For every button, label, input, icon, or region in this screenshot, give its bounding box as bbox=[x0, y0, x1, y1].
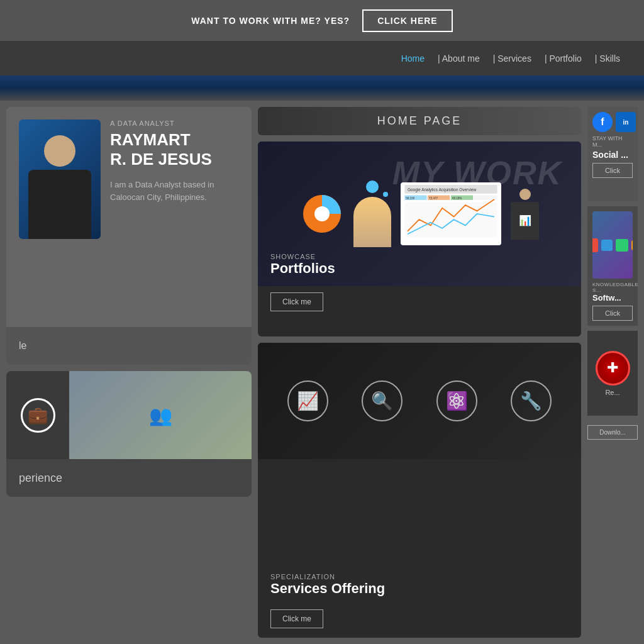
analytics-icon: 📈 bbox=[287, 380, 328, 421]
person-silhouette bbox=[19, 119, 101, 239]
navbar: Home | About me | Services | Portfolio |… bbox=[0, 41, 644, 75]
person-illustration bbox=[353, 180, 391, 247]
profile-info: A DATA ANALYST RAYMART R. DE JESUS I am … bbox=[110, 119, 239, 203]
profile-photo bbox=[19, 119, 101, 239]
services-card: 📈 🔍 ⚛️ 🔧 SPECIALIZATION Services Offerin… bbox=[258, 343, 581, 638]
nav-portfolio[interactable]: | Portfolio bbox=[540, 50, 587, 67]
click-here-button[interactable]: CLICK HERE bbox=[362, 9, 453, 32]
social-card: f in STAY WITH M... Social ... Click bbox=[587, 107, 638, 201]
portfolio-text: SHOWCASE Portfolios bbox=[270, 253, 335, 277]
services-text: SPECIALIZATION Services Offering bbox=[270, 573, 385, 597]
resume-label: Re... bbox=[605, 389, 619, 396]
center-column: HOME PAGE MY WORK bbox=[252, 107, 587, 638]
download-area: Downlo... bbox=[587, 421, 638, 441]
portfolio-click-btn[interactable]: Click me bbox=[270, 292, 323, 311]
software-cubes bbox=[592, 238, 633, 252]
experience-bottom: perience bbox=[6, 459, 252, 497]
circuit-icon: 🔧 bbox=[511, 380, 552, 421]
software-image bbox=[592, 211, 633, 279]
blue-band-decoration bbox=[0, 75, 644, 101]
resume-icon: ✚ bbox=[596, 351, 630, 386]
services-banner: 📈 🔍 ⚛️ 🔧 bbox=[258, 343, 581, 459]
software-card: KNOWLEDGABLE S... Softw... Click bbox=[587, 206, 638, 326]
social-stay-text: STAY WITH M... bbox=[592, 135, 633, 148]
software-title: Softw... bbox=[592, 293, 621, 303]
pie-chart-icon bbox=[300, 192, 344, 236]
role-label: A DATA ANALYST bbox=[110, 119, 239, 127]
profile-bottom: le bbox=[6, 327, 252, 365]
search-icon: 🔍 bbox=[362, 380, 402, 421]
briefcase-area: 💼 bbox=[6, 371, 69, 459]
top-banner: WANT TO WORK WITH ME? YES? CLICK HERE bbox=[0, 0, 644, 41]
person-body bbox=[28, 170, 91, 239]
services-click-btn[interactable]: Click me bbox=[270, 609, 323, 628]
svg-text:Google Analytics Acquisition O: Google Analytics Acquisition Overview bbox=[408, 187, 476, 192]
portfolio-label: SHOWCASE bbox=[270, 253, 335, 260]
svg-text:58,330: 58,330 bbox=[406, 197, 414, 200]
experience-top: 💼 👥 bbox=[6, 371, 252, 459]
resume-card: ✚ Re... bbox=[587, 331, 638, 416]
service-icon-search: 🔍 bbox=[362, 380, 402, 421]
portfolio-illustration: Google Analytics Acquisition Overview 58… bbox=[300, 180, 539, 247]
nav-services[interactable]: | Services bbox=[488, 50, 536, 67]
data-table-placeholder: Google Analytics Acquisition Overview 58… bbox=[401, 182, 501, 245]
profile-name: RAYMART R. DE JESUS bbox=[110, 130, 239, 169]
profile-top: A DATA ANALYST RAYMART R. DE JESUS I am … bbox=[19, 119, 239, 239]
portfolio-banner: MY WORK bbox=[258, 142, 581, 286]
download-btn[interactable]: Downlo... bbox=[587, 425, 638, 440]
software-click-btn[interactable]: Click bbox=[592, 306, 633, 321]
service-icon-analytics: 📈 bbox=[287, 380, 328, 421]
nav-home[interactable]: Home bbox=[396, 50, 430, 67]
cube-blue bbox=[601, 240, 613, 251]
profile-desc: I am a Data Analyst based inCaloocan Cit… bbox=[110, 179, 239, 203]
social-click-btn[interactable]: Click bbox=[592, 163, 633, 178]
svg-text:73,477: 73,477 bbox=[429, 197, 438, 200]
services-btn-area: Click me bbox=[270, 609, 323, 628]
portfolio-name: Portfolios bbox=[270, 260, 335, 277]
nav-about[interactable]: | About me bbox=[433, 50, 485, 67]
cube-green bbox=[616, 239, 628, 252]
home-page-title: HOME PAGE bbox=[377, 114, 462, 128]
left-column: A DATA ANALYST RAYMART R. DE JESUS I am … bbox=[6, 107, 252, 638]
right-column: f in STAY WITH M... Social ... Click KNO… bbox=[587, 107, 638, 638]
database-icon: ⚛️ bbox=[436, 380, 477, 421]
experience-label: perience bbox=[19, 472, 62, 485]
portfolio-btn-area: Click me bbox=[258, 286, 581, 318]
linkedin-icon[interactable]: in bbox=[616, 112, 636, 132]
profile-card: A DATA ANALYST RAYMART R. DE JESUS I am … bbox=[6, 107, 252, 365]
banner-text: WANT TO WORK WITH ME? YES? bbox=[191, 16, 350, 26]
facebook-icon[interactable]: f bbox=[592, 112, 613, 132]
svg-text:48.18%: 48.18% bbox=[452, 197, 462, 200]
briefcase-icon: 💼 bbox=[21, 398, 55, 433]
home-page-header: HOME PAGE bbox=[258, 107, 581, 135]
cube-orange bbox=[631, 240, 633, 250]
person-tablet-illustration: 📊 bbox=[511, 189, 539, 240]
service-icon-database: ⚛️ bbox=[436, 380, 477, 421]
service-icon-circuit: 🔧 bbox=[511, 380, 552, 421]
resume-plus-icon: ✚ bbox=[607, 360, 618, 376]
nav-skills[interactable]: | Skills bbox=[590, 50, 625, 67]
specialization-label: SPECIALIZATION bbox=[270, 573, 385, 580]
me-label: le bbox=[19, 340, 26, 352]
social-icons-row: f in bbox=[592, 112, 636, 132]
knowledgeable-text: KNOWLEDGABLE S... bbox=[592, 282, 638, 293]
services-name: Services Offering bbox=[270, 580, 385, 597]
experience-card: 💼 👥 perience bbox=[6, 371, 252, 497]
portfolio-card: MY WORK bbox=[258, 142, 581, 336]
person-head bbox=[44, 135, 75, 167]
main-content: A DATA ANALYST RAYMART R. DE JESUS I am … bbox=[0, 101, 644, 644]
cube-red bbox=[592, 238, 598, 252]
svg-point-1 bbox=[314, 206, 330, 221]
experience-image: 👥 bbox=[69, 371, 252, 459]
social-title: Social ... bbox=[592, 150, 628, 160]
